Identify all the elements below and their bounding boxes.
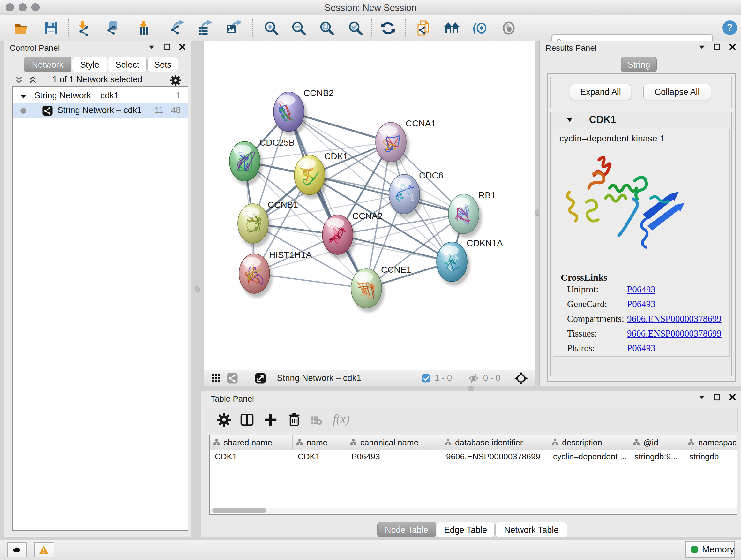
selected-checkbox-icon[interactable] — [421, 374, 431, 383]
svg-text:?: ? — [727, 22, 733, 33]
tab-network-table[interactable]: Network Table — [495, 522, 567, 537]
table-cell[interactable]: 9606.ENSP00000378699 — [441, 449, 548, 463]
tab-sets[interactable]: Sets — [147, 57, 178, 72]
scrollbar-thumb[interactable] — [212, 508, 266, 513]
left-splitter-handle[interactable] — [195, 286, 200, 293]
crosslink-link[interactable]: P06493 — [627, 299, 656, 309]
import-network-file-icon[interactable] — [77, 20, 92, 36]
results-panel: Results Panel String Expand All Collapse… — [539, 41, 741, 386]
column-header--id[interactable]: @id — [629, 435, 684, 449]
panel-menu-icon[interactable] — [697, 393, 706, 401]
cloud-button[interactable] — [7, 542, 27, 557]
crosslink-link[interactable]: P06493 — [627, 343, 656, 354]
zoom-fit-icon[interactable] — [319, 20, 334, 36]
table-cell[interactable]: cyclin–dependent ... — [548, 449, 629, 463]
column-header-description[interactable]: description — [548, 435, 629, 449]
table-cell[interactable]: P06493 — [346, 449, 441, 463]
tree-expander-icon[interactable] — [20, 92, 27, 100]
table-options-gear-icon[interactable] — [217, 413, 231, 427]
add-column-icon[interactable] — [263, 413, 278, 427]
export-image-icon[interactable] — [225, 20, 241, 36]
export-network-icon[interactable] — [169, 20, 185, 36]
gene-description: cyclin–dependent kinase 1 — [559, 133, 665, 144]
results-buttons-box: Expand All Collapse All — [550, 77, 732, 108]
warning-button[interactable] — [35, 542, 54, 557]
show-columns-icon[interactable] — [240, 413, 254, 427]
control-panel: Control Panel Network Style Select Sets … — [4, 41, 191, 537]
column-header-database-identifier[interactable]: database identifier — [441, 435, 548, 449]
zoom-selected-icon[interactable] — [348, 20, 363, 36]
column-header-name[interactable]: name — [293, 435, 346, 449]
new-network-from-selection-icon[interactable] — [416, 20, 431, 36]
delete-table-icon[interactable] — [310, 414, 323, 427]
table-cell[interactable]: CDK1 — [293, 449, 346, 463]
table-cell[interactable]: stringdb:9... — [629, 449, 684, 463]
crosslink-link[interactable]: 9606.ENSP00000378699 — [627, 314, 722, 324]
tab-string[interactable]: String — [621, 57, 657, 72]
window-title: Session: New Session — [0, 3, 741, 13]
first-neighbors-icon[interactable] — [444, 20, 460, 36]
save-session-icon[interactable] — [44, 20, 59, 36]
grid-mode-icon[interactable] — [211, 373, 223, 384]
zoom-out-icon[interactable] — [291, 20, 307, 36]
tab-network[interactable]: Network — [23, 57, 71, 72]
panel-float-icon[interactable] — [713, 393, 721, 401]
tab-style[interactable]: Style — [72, 57, 107, 72]
table-row[interactable]: CDK1CDK1P064939606.ENSP00000378699cyclin… — [210, 449, 737, 463]
column-header-shared-name[interactable]: shared name — [210, 435, 293, 449]
open-session-icon[interactable] — [14, 20, 29, 36]
detach-view-icon[interactable] — [255, 373, 266, 384]
panel-close-icon[interactable] — [728, 43, 737, 51]
node-table: shared namenamecanonical namedatabase id… — [209, 435, 737, 515]
tab-edge-table[interactable]: Edge Table — [436, 522, 495, 537]
fit-selected-icon[interactable] — [515, 372, 528, 385]
entry-expander-icon[interactable] — [566, 117, 573, 124]
network-collection-row[interactable]: String Network – cdk1 1 — [13, 89, 188, 104]
import-table-file-icon[interactable] — [135, 20, 151, 36]
zoom-in-icon[interactable] — [264, 20, 279, 36]
show-graphics-details-icon[interactable] — [472, 20, 487, 36]
results-panel-title: Results Panel — [545, 43, 596, 53]
node-label: CDK1 — [324, 151, 348, 161]
network-canvas[interactable]: CCNB2CCNA1CDC25BCDK1CDC6RB1CCNB1CCNA2CDK… — [204, 41, 535, 370]
delete-column-icon[interactable] — [287, 413, 301, 427]
protein-structure-image — [562, 148, 687, 263]
network-options-gear-icon[interactable] — [170, 75, 181, 86]
panel-close-icon[interactable] — [178, 43, 186, 51]
horizontal-scrollbar[interactable] — [210, 508, 737, 513]
horizontal-splitter-handle[interactable] — [468, 386, 474, 391]
column-header-namespace[interactable]: namespace — [684, 435, 737, 449]
memory-status-dot — [690, 546, 698, 553]
node-label: CCNA2 — [352, 211, 383, 221]
panel-close-icon[interactable] — [728, 393, 737, 401]
function-builder-icon[interactable]: f(x) — [333, 412, 350, 426]
panel-float-icon[interactable] — [713, 43, 721, 51]
edge-count: 48 — [171, 105, 181, 115]
crosslink-link[interactable]: 9606.ENSP00000378699 — [627, 328, 722, 339]
import-network-database-icon[interactable] — [105, 20, 121, 36]
bird-eye-view-icon[interactable] — [501, 20, 516, 36]
panel-menu-icon[interactable] — [147, 43, 156, 51]
hidden-elements-icon[interactable] — [468, 373, 479, 384]
crosslink-link[interactable]: P06493 — [627, 284, 656, 295]
panel-float-icon[interactable] — [163, 43, 171, 51]
network-row-selected[interactable]: String Network – cdk1 11 48 — [13, 104, 188, 118]
expand-all-button[interactable]: Expand All — [570, 84, 631, 100]
tab-select[interactable]: Select — [108, 57, 147, 72]
panel-menu-icon[interactable] — [697, 43, 706, 51]
table-cell[interactable]: CDK1 — [210, 449, 293, 463]
tab-node-table[interactable]: Node Table — [377, 522, 436, 537]
table-panel-title: Table Panel — [211, 394, 254, 404]
apply-layout-icon[interactable] — [381, 20, 396, 36]
gene-entry-header[interactable]: CDK1 — [551, 112, 731, 128]
collapse-all-button[interactable]: Collapse All — [643, 84, 711, 100]
column-header-canonical-name[interactable]: canonical name — [346, 435, 441, 449]
memory-button[interactable]: Memory — [685, 542, 735, 558]
node-label: CCNE1 — [381, 265, 411, 274]
control-panel-header: Control Panel — [4, 41, 191, 55]
main-toolbar: ? — [0, 15, 741, 41]
help-icon[interactable]: ? — [722, 20, 738, 36]
export-table-icon[interactable] — [197, 20, 212, 36]
network-view-panel: CCNB2CCNA1CDC25BCDK1CDC6RB1CCNB1CCNA2CDK… — [204, 41, 535, 386]
table-cell[interactable]: stringdb — [684, 449, 737, 463]
